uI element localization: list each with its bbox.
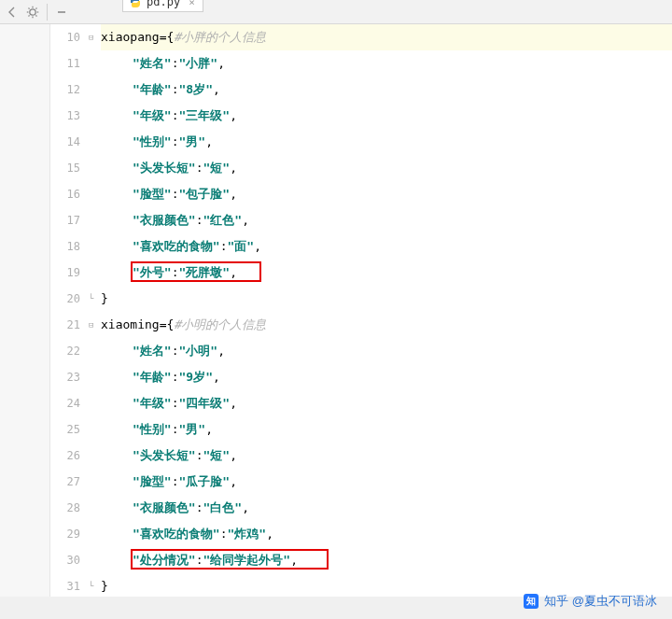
- line-number: 20: [50, 286, 80, 312]
- code-line[interactable]: "性别":"男",: [101, 129, 672, 155]
- fold-icon[interactable]: ⊟: [89, 320, 93, 330]
- code-line[interactable]: "衣服颜色":"白色",: [101, 495, 672, 521]
- line-number: 24: [50, 390, 80, 416]
- watermark-text: 知乎 @夏虫不可语冰: [544, 593, 657, 610]
- fold-icon[interactable]: ⊟: [89, 33, 93, 42]
- line-number: 22: [50, 338, 80, 364]
- line-number: 12: [50, 77, 80, 103]
- python-file-icon: [129, 0, 142, 8]
- code-line[interactable]: "年龄":"9岁",: [101, 364, 672, 390]
- code-line[interactable]: xiaopang={#小胖的个人信息: [101, 24, 672, 50]
- code-line[interactable]: "姓名":"小明",: [101, 338, 672, 364]
- line-number: 25: [50, 416, 80, 443]
- code-line[interactable]: "头发长短":"短",: [101, 443, 672, 469]
- line-number: 31: [50, 573, 80, 599]
- minus-icon[interactable]: [51, 2, 72, 22]
- fold-column[interactable]: ⊟└⊟└: [88, 24, 101, 597]
- svg-line-6: [35, 15, 36, 16]
- code-line[interactable]: "年级":"四年级",: [101, 390, 672, 416]
- line-number: 13: [50, 103, 80, 129]
- close-icon[interactable]: ×: [189, 0, 195, 8]
- svg-point-0: [30, 8, 35, 14]
- tab-filename: pd.py: [147, 0, 180, 8]
- editor-area: 1011121314151617181920212223242526272829…: [0, 24, 672, 597]
- code-line[interactable]: }: [101, 286, 672, 312]
- line-number: 10: [50, 24, 80, 50]
- zhihu-logo-icon: 知: [524, 594, 539, 609]
- back-icon[interactable]: [2, 2, 22, 22]
- code-line[interactable]: "处分情况":"给同学起外号",: [101, 547, 672, 573]
- code-line[interactable]: "姓名":"小胖",: [101, 50, 672, 77]
- code-line[interactable]: "性别":"男",: [101, 416, 672, 443]
- code-line[interactable]: "年级":"三年级",: [101, 103, 672, 129]
- tab-pd-py[interactable]: pd.py ×: [122, 0, 203, 11]
- line-number: 14: [50, 129, 80, 155]
- svg-line-5: [29, 7, 30, 8]
- line-number: 23: [50, 364, 80, 390]
- code-line[interactable]: "脸型":"包子脸",: [101, 181, 672, 207]
- line-number: 15: [50, 155, 80, 181]
- tab-bar: pd.py ×: [122, 11, 203, 12]
- line-number-gutter: 1011121314151617181920212223242526272829…: [50, 24, 88, 597]
- gear-icon[interactable]: [22, 2, 43, 22]
- toolbar-divider: [47, 4, 48, 21]
- code-content[interactable]: xiaopang={#小胖的个人信息"姓名":"小胖","年龄":"8岁","年…: [101, 24, 672, 597]
- fold-icon[interactable]: └: [89, 294, 93, 303]
- svg-line-7: [29, 15, 30, 16]
- code-line[interactable]: "喜欢吃的食物":"面",: [101, 233, 672, 260]
- line-number: 27: [50, 469, 80, 495]
- project-sidebar[interactable]: [0, 24, 50, 597]
- code-line[interactable]: "外号":"死胖墩",: [101, 260, 672, 286]
- line-number: 16: [50, 181, 80, 207]
- svg-line-8: [35, 7, 36, 8]
- code-line[interactable]: xiaoming={#小明的个人信息: [101, 312, 672, 338]
- line-number: 11: [50, 50, 80, 77]
- fold-icon[interactable]: └: [89, 582, 93, 591]
- code-line[interactable]: "年龄":"8岁",: [101, 77, 672, 103]
- line-number: 28: [50, 495, 80, 521]
- line-number: 18: [50, 233, 80, 260]
- code-line[interactable]: "衣服颜色":"红色",: [101, 207, 672, 233]
- line-number: 29: [50, 521, 80, 547]
- code-line[interactable]: "头发长短":"短",: [101, 155, 672, 181]
- line-number: 19: [50, 260, 80, 286]
- line-number: 21: [50, 312, 80, 338]
- line-number: 26: [50, 443, 80, 469]
- zhihu-watermark: 知 知乎 @夏虫不可语冰: [524, 593, 657, 610]
- line-number: 30: [50, 547, 80, 573]
- line-number: 17: [50, 207, 80, 233]
- code-line[interactable]: "喜欢吃的食物":"炸鸡",: [101, 521, 672, 547]
- code-line[interactable]: "脸型":"瓜子脸",: [101, 469, 672, 495]
- code-editor[interactable]: 1011121314151617181920212223242526272829…: [50, 24, 672, 597]
- toolbar: pd.py ×: [0, 0, 672, 24]
